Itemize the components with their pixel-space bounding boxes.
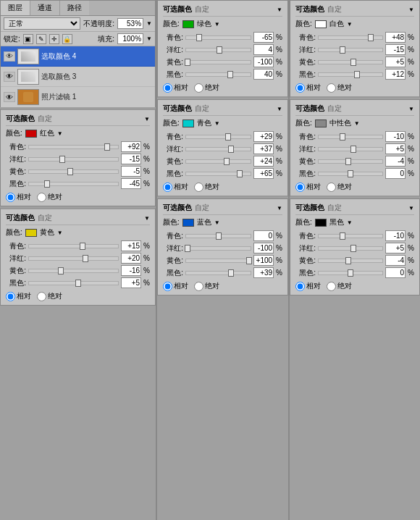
layer-item-2[interactable]: 👁 选取颜色 3 <box>1 67 155 87</box>
c-sl-w[interactable] <box>318 35 383 40</box>
color-row-bk: 颜色: 黑色 ▼ <box>295 217 414 227</box>
m-sl-n[interactable] <box>318 147 383 151</box>
eye-icon-1[interactable]: 👁 <box>4 51 15 62</box>
radio-row-red: 相对 绝对 <box>6 192 150 202</box>
cyan-val-y[interactable] <box>121 240 141 251</box>
lock-label: 锁定: <box>4 34 20 44</box>
sl-m-bk: 洋红: % <box>295 243 414 253</box>
sl-c-cy: 青色: % <box>163 131 282 142</box>
c-v-g[interactable] <box>253 32 274 43</box>
rel-radio-y[interactable]: 相对 <box>6 291 31 301</box>
eye-icon-3[interactable]: 👁 <box>4 92 15 102</box>
m-sl-cy[interactable] <box>185 147 251 151</box>
color-row-g: 颜色: 绿色 ▼ <box>163 19 282 29</box>
panel-tabs: 图层 通道 路径 <box>1 1 155 16</box>
radio-w: 相对 绝对 <box>295 83 414 93</box>
color-row-w: 颜色: 白色 ▼ <box>295 19 414 29</box>
absolute-radio-red[interactable]: 绝对 <box>37 192 62 202</box>
sc-arrow-red[interactable]: ▼ <box>144 116 150 122</box>
sl-c-g: 青色: % <box>163 32 282 43</box>
layer-item-1[interactable]: 👁 选取颜色 4 <box>1 46 155 67</box>
tab-layers[interactable]: 图层 <box>1 1 30 15</box>
cyan-value-r[interactable] <box>121 141 141 152</box>
b-sl-cy[interactable] <box>185 172 251 176</box>
yellow-slider-r[interactable] <box>28 169 119 174</box>
c-sl-g[interactable] <box>185 35 251 40</box>
c-sl-cy[interactable] <box>185 135 251 139</box>
y-sl-g[interactable] <box>185 60 251 64</box>
b-sl-g[interactable] <box>185 72 251 77</box>
m-sl-g[interactable] <box>185 48 251 52</box>
yellow-sl-y[interactable] <box>28 269 119 273</box>
c-sl-n[interactable] <box>318 135 383 139</box>
slider-row-magenta-red: 洋红: % <box>6 154 150 164</box>
lock-image-icon[interactable]: ✎ <box>36 34 46 44</box>
black-slider-r[interactable] <box>28 182 119 186</box>
b-sl-n[interactable] <box>318 172 383 176</box>
b-sl-bl[interactable] <box>185 271 251 275</box>
yellow-val-y[interactable] <box>121 265 141 276</box>
sl-y-w: 黄色: % <box>295 56 414 67</box>
opacity-input[interactable] <box>117 18 143 29</box>
tab-paths[interactable]: 路径 <box>60 1 89 15</box>
y-sl-n[interactable] <box>318 159 383 164</box>
relative-radio-red[interactable]: 相对 <box>6 192 31 202</box>
sl-b-bk: 黑色: % <box>295 267 414 278</box>
yellow-value-r[interactable] <box>121 166 141 177</box>
y-sl-w[interactable] <box>318 60 383 64</box>
selective-color-panel-yellow: 可选颜色 自定 ▼ 颜色: 黄色 ▼ 青色: % 洋红: <box>0 208 156 306</box>
lock-transparent-icon[interactable]: ▣ <box>23 34 33 44</box>
sc-preset-yellow: 自定 <box>38 213 52 223</box>
color-label-red: 颜色: <box>6 128 22 138</box>
sl-y-bl: 黄色: % <box>163 255 282 266</box>
blend-mode-select[interactable]: 正常 <box>4 17 80 30</box>
sc-panel-cyan: 可选颜色 自定 ▼ 颜色: 青色 ▼ 青色: % 洋红: <box>157 99 288 197</box>
magenta-slider-r[interactable] <box>28 157 119 162</box>
c-sl-bk[interactable] <box>318 234 383 238</box>
b-sl-bk[interactable] <box>318 271 383 275</box>
black-sl-y[interactable] <box>28 281 119 285</box>
magenta-value-r[interactable] <box>121 154 141 164</box>
eye-icon-2[interactable]: 👁 <box>4 72 15 82</box>
opacity-label: 不透明度: <box>83 19 114 29</box>
magenta-sl-y[interactable] <box>28 256 119 261</box>
y-sl-bk[interactable] <box>318 259 383 263</box>
color-select-row-red: 颜色: 红色 ▼ <box>6 128 150 138</box>
sc-title-g: 可选颜色 <box>163 4 192 14</box>
blend-opacity-row: 正常 不透明度: ▼ <box>1 16 155 32</box>
sl-c-w: 青色: % <box>295 32 414 43</box>
b-sl-w[interactable] <box>318 72 383 77</box>
color-swatch-w <box>315 20 327 28</box>
b-v-g[interactable] <box>253 69 274 80</box>
color-swatch-red <box>25 130 37 138</box>
sc-panel-blue: 可选颜色 自定 ▼ 颜色: 蓝色 ▼ 青色: % 洋红: <box>157 198 288 295</box>
black-value-r[interactable] <box>121 178 141 189</box>
black-val-y[interactable] <box>121 277 141 288</box>
lock-position-icon[interactable]: ✛ <box>49 34 59 44</box>
sl-b-n: 黑色: % <box>295 168 414 179</box>
m-v-g[interactable] <box>253 44 274 55</box>
fill-input[interactable] <box>117 33 143 44</box>
y-sl-cy[interactable] <box>185 159 251 164</box>
sl-m-cy: 洋红: % <box>163 143 282 154</box>
fill-arrow[interactable]: ▼ <box>146 35 152 42</box>
m-sl-bk[interactable] <box>318 246 383 251</box>
m-sl-bl[interactable] <box>185 246 251 251</box>
cyan-slider-r[interactable] <box>28 145 119 149</box>
y-sl-bl[interactable] <box>185 259 251 263</box>
color-name-g: 绿色 <box>197 19 211 29</box>
lock-all-icon[interactable]: 🔒 <box>62 34 72 44</box>
magenta-pct-r: % <box>143 155 150 163</box>
cyan-label-r: 青色: <box>6 142 26 152</box>
magenta-val-y[interactable] <box>121 253 141 264</box>
abs-radio-y[interactable]: 绝对 <box>37 291 62 301</box>
m-sl-w[interactable] <box>318 48 383 52</box>
cyan-sl-y[interactable] <box>28 244 119 248</box>
opacity-arrow[interactable]: ▼ <box>146 20 152 27</box>
c-sl-bl[interactable] <box>185 234 251 238</box>
layer-item-3[interactable]: 👁 照片滤镜 1 <box>1 87 155 107</box>
color-label-yellow: 颜色: <box>6 227 22 238</box>
tab-channels[interactable]: 通道 <box>30 1 60 15</box>
y-v-g[interactable] <box>253 56 274 67</box>
color-swatch-n <box>315 119 327 127</box>
